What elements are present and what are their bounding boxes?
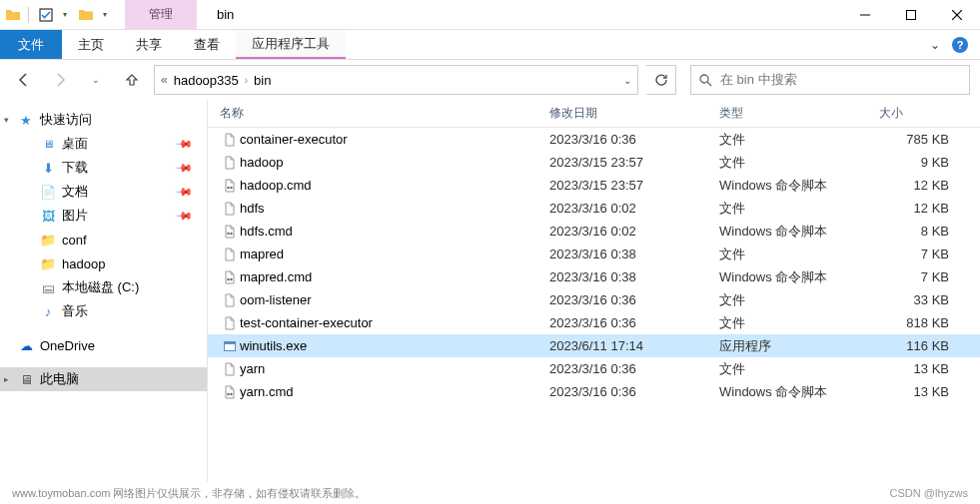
title-bar: ▾ ▾ 管理 bin	[0, 0, 980, 30]
qat-properties-checkbox[interactable]	[35, 4, 57, 26]
credit-text: CSDN @lhyzws	[890, 487, 968, 499]
nav-conf[interactable]: 📁 conf	[0, 228, 207, 252]
minimize-button[interactable]	[842, 0, 888, 30]
file-icon	[220, 362, 240, 376]
address-bar[interactable]: « hadoop335 › bin ⌄	[154, 65, 638, 95]
contextual-tab-manage: 管理	[125, 0, 197, 29]
nav-label: 此电脑	[40, 370, 79, 388]
maximize-button[interactable]	[888, 0, 934, 30]
nav-onedrive[interactable]: ▸ ☁ OneDrive	[0, 333, 207, 357]
nav-local-disk[interactable]: 🖴 本地磁盘 (C:)	[0, 275, 207, 299]
file-type: 文件	[719, 246, 879, 263]
column-name[interactable]: 名称	[220, 105, 549, 122]
qat-newfolder-checkbox[interactable]	[75, 4, 97, 26]
close-button[interactable]	[934, 0, 980, 30]
refresh-button[interactable]	[646, 65, 676, 95]
file-name: test-container-executor	[240, 315, 549, 330]
file-date: 2023/6/11 17:14	[549, 338, 719, 353]
file-row[interactable]: winutils.exe2023/6/11 17:14应用程序116 KB	[208, 334, 980, 357]
search-box[interactable]: 在 bin 中搜索	[690, 65, 970, 95]
up-button[interactable]	[118, 66, 146, 94]
tab-share[interactable]: 共享	[120, 30, 178, 59]
file-size: 7 KB	[879, 269, 959, 284]
tab-home[interactable]: 主页	[62, 30, 120, 59]
file-date: 2023/3/16 0:02	[549, 201, 719, 216]
file-row[interactable]: hdfs2023/3/16 0:02文件12 KB	[208, 197, 980, 220]
file-row[interactable]: mapred2023/3/16 0:38文件7 KB	[208, 243, 980, 265]
file-row[interactable]: yarn2023/3/16 0:36文件13 KB	[208, 357, 980, 380]
breadcrumb-hadoop335[interactable]: hadoop335	[174, 73, 239, 88]
file-row[interactable]: oom-listener2023/3/16 0:36文件33 KB	[208, 288, 980, 311]
file-date: 2023/3/16 0:36	[549, 315, 719, 330]
chevron-down-icon[interactable]: ▾	[4, 115, 9, 125]
file-type: 文件	[719, 314, 879, 332]
watermark-text: www.toymoban.com 网络图片仅供展示，非存储，如有侵权请联系删除。	[12, 486, 366, 501]
nav-label: hadoop	[62, 256, 105, 271]
svg-point-5	[700, 75, 708, 83]
svg-rect-2	[907, 10, 916, 19]
nav-desktop[interactable]: 🖥 桌面 📌	[0, 132, 207, 156]
recent-locations-button[interactable]: ⌄	[82, 66, 110, 94]
nav-hadoop[interactable]: 📁 hadoop	[0, 252, 207, 275]
nav-documents[interactable]: 📄 文档 📌	[0, 180, 207, 204]
file-type: Windows 命令脚本	[719, 268, 879, 286]
file-size: 12 KB	[879, 178, 959, 193]
file-row[interactable]: test-container-executor2023/3/16 0:36文件8…	[208, 311, 980, 334]
document-icon: 📄	[40, 184, 56, 200]
breadcrumb-separator-icon[interactable]: ›	[245, 75, 248, 86]
footer: www.toymoban.com 网络图片仅供展示，非存储，如有侵权请联系删除。…	[0, 482, 980, 504]
file-row[interactable]: mapred.cmd2023/3/16 0:38Windows 命令脚本7 KB	[208, 265, 980, 288]
contextual-tab-group: 管理	[125, 0, 197, 29]
file-type: 文件	[719, 154, 879, 172]
tab-file[interactable]: 文件	[0, 30, 62, 59]
file-size: 116 KB	[879, 338, 959, 353]
file-type: 文件	[719, 131, 879, 149]
folder-icon[interactable]	[4, 6, 22, 24]
nav-downloads[interactable]: ⬇ 下载 📌	[0, 156, 207, 180]
forward-button[interactable]	[46, 66, 74, 94]
back-button[interactable]	[10, 66, 38, 94]
file-name: mapred.cmd	[240, 269, 549, 284]
file-size: 818 KB	[879, 315, 959, 330]
cmd-icon	[220, 179, 240, 193]
breadcrumb-bin[interactable]: bin	[254, 73, 271, 88]
qat-dropdown-icon-2[interactable]: ▾	[99, 8, 111, 22]
nav-this-pc[interactable]: ▸ 🖥 此电脑	[0, 367, 207, 391]
chevron-right-icon[interactable]: ▸	[4, 340, 9, 350]
folder-icon: 📁	[40, 232, 56, 248]
file-size: 13 KB	[879, 361, 959, 376]
chevron-right-icon[interactable]: ▸	[4, 374, 9, 384]
svg-point-11	[227, 277, 229, 279]
file-row[interactable]: yarn.cmd2023/3/16 0:36Windows 命令脚本13 KB	[208, 380, 980, 403]
nav-music[interactable]: ♪ 音乐	[0, 299, 207, 323]
quick-access-toolbar: ▾ ▾	[0, 4, 115, 26]
nav-pictures[interactable]: 🖼 图片 📌	[0, 204, 207, 228]
file-row[interactable]: container-executor2023/3/16 0:36文件785 KB	[208, 128, 980, 151]
column-size[interactable]: 大小	[879, 105, 959, 122]
expand-ribbon-icon[interactable]: ⌄	[930, 38, 940, 52]
music-icon: ♪	[40, 303, 56, 319]
file-type: 文件	[719, 360, 879, 378]
cmd-icon	[220, 270, 240, 284]
file-date: 2023/3/15 23:57	[549, 178, 719, 193]
file-row[interactable]: hadoop2023/3/15 23:57文件9 KB	[208, 151, 980, 174]
file-date: 2023/3/16 0:02	[549, 224, 719, 239]
column-date[interactable]: 修改日期	[549, 105, 719, 122]
cmd-icon	[220, 225, 240, 239]
file-pane: 名称 修改日期 类型 大小 container-executor2023/3/1…	[208, 100, 980, 482]
file-row[interactable]: hadoop.cmd2023/3/15 23:57Windows 命令脚本12 …	[208, 174, 980, 197]
chevron-left-icon[interactable]: «	[161, 73, 168, 87]
qat-dropdown-icon[interactable]: ▾	[59, 8, 71, 22]
nav-quick-access[interactable]: ▾ ★ 快速访问	[0, 108, 207, 132]
tab-app-tools[interactable]: 应用程序工具	[236, 30, 346, 59]
file-row[interactable]: hdfs.cmd2023/3/16 0:02Windows 命令脚本8 KB	[208, 220, 980, 243]
help-icon[interactable]: ?	[952, 37, 968, 53]
file-date: 2023/3/15 23:57	[549, 155, 719, 170]
address-dropdown-icon[interactable]: ⌄	[623, 75, 631, 86]
file-size: 33 KB	[879, 292, 959, 307]
tab-view[interactable]: 查看	[178, 30, 236, 59]
file-date: 2023/3/16 0:36	[549, 132, 719, 147]
exe-icon	[220, 339, 240, 353]
column-type[interactable]: 类型	[719, 105, 879, 122]
pin-icon: 📌	[174, 158, 193, 177]
